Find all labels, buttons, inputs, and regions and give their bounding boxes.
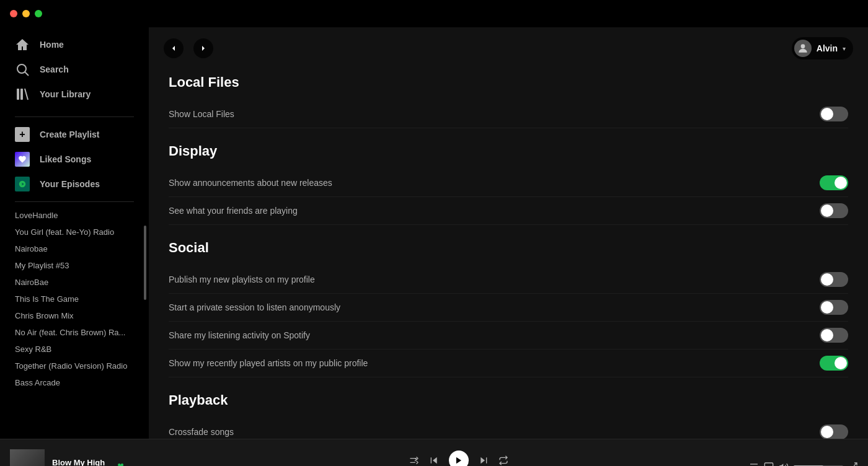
toggle-private-session[interactable]: [820, 300, 848, 315]
track-name: Blow My High: [52, 458, 105, 466]
forward-button[interactable]: [193, 38, 213, 58]
next-button[interactable]: [479, 455, 489, 465]
track-info: Blow My High Ozer, Sussy ♥: [10, 449, 184, 467]
playlist-item-5[interactable]: This Is The Game: [0, 291, 149, 307]
nav-buttons: [164, 38, 213, 58]
fullscreen-button[interactable]: [848, 462, 858, 467]
track-details: Blow My High Ozer, Sussy: [52, 458, 105, 466]
control-buttons: [409, 451, 508, 467]
playlist-item-6[interactable]: Chris Brown Mix: [0, 307, 149, 324]
svg-marker-5: [433, 457, 437, 464]
settings-label-show-local-files: Show Local Files: [169, 109, 820, 119]
section-title-display: Display: [169, 143, 848, 159]
sidebar-playlists: LoveHandle You Girl (feat. Ne-Yo) Radio …: [0, 207, 149, 439]
toggle-friends-playing[interactable]: [820, 203, 848, 218]
toggle-crossfade[interactable]: [820, 424, 848, 439]
settings-row-friends-playing: See what your friends are playing: [169, 197, 848, 225]
playlist-item-4[interactable]: NairoBae: [0, 274, 149, 291]
settings-row-recently-played: Show my recently played artists on my pu…: [169, 350, 848, 377]
toggle-knob: [835, 177, 847, 189]
user-avatar: [794, 40, 812, 57]
playlist-item-3[interactable]: My Playlist #53: [0, 257, 149, 274]
playlist-item-1[interactable]: You Girl (feat. Ne-Yo) Radio: [0, 224, 149, 240]
svg-marker-8: [480, 457, 485, 464]
svg-rect-13: [764, 463, 773, 467]
shuffle-button[interactable]: [409, 455, 419, 465]
toggle-knob: [821, 301, 833, 314]
sidebar-action-create-playlist[interactable]: + Create Playlist: [0, 122, 149, 147]
section-social: Social Publish my new playlists on my pr…: [169, 240, 848, 377]
toggle-knob: [835, 357, 847, 369]
svg-point-0: [17, 64, 26, 73]
create-playlist-icon: +: [15, 127, 30, 142]
sidebar-action-liked-songs[interactable]: Liked Songs: [0, 147, 149, 172]
topbar: Alvin ▾: [149, 27, 868, 69]
settings-label-crossfade: Crossfade songs: [169, 427, 820, 437]
like-button[interactable]: ♥: [117, 460, 124, 466]
playlist-item-9[interactable]: Together (Radio Version) Radio: [0, 358, 149, 374]
main-content: Alvin ▾ Local Files Show Local Files Dis…: [149, 27, 868, 439]
svg-point-4: [800, 44, 805, 48]
liked-songs-icon: [15, 152, 30, 167]
sidebar-divider-2: [15, 201, 134, 202]
previous-button[interactable]: [429, 455, 439, 465]
settings-content: Local Files Show Local Files Display Sho…: [149, 69, 868, 439]
settings-row-announcements: Show announcements about new releases: [169, 169, 848, 197]
volume-button[interactable]: [779, 462, 789, 467]
section-title-playback: Playback: [169, 392, 848, 408]
playlist-item-0[interactable]: LoveHandle: [0, 207, 149, 224]
sidebar-divider: [15, 116, 134, 117]
queue-button[interactable]: [749, 462, 759, 467]
sidebar-nav: Home Search Your Library: [0, 27, 149, 112]
now-playing-bar: Blow My High Ozer, Sussy ♥ 1:06: [0, 439, 868, 466]
playlist-item-2[interactable]: Nairobae: [0, 240, 149, 257]
settings-label-recently-played: Show my recently played artists on my pu…: [169, 358, 820, 368]
player-controls: 1:06 3:48: [184, 451, 734, 467]
home-icon: [15, 37, 30, 52]
maximize-button[interactable]: [35, 10, 42, 17]
svg-rect-2: [17, 89, 19, 100]
devices-button[interactable]: [764, 462, 774, 467]
section-playback: Playback Crossfade songs Automix - Allow…: [169, 392, 848, 439]
search-icon: [15, 62, 30, 77]
sidebar: Home Search Your Library + Create Playli…: [0, 27, 149, 439]
settings-row-publish-playlists: Publish my new playlists on my profile: [169, 266, 848, 294]
minimize-button[interactable]: [22, 10, 30, 17]
repeat-button[interactable]: [498, 455, 508, 465]
library-icon: [15, 87, 30, 102]
user-name: Alvin: [817, 43, 838, 53]
toggle-show-local-files[interactable]: [820, 107, 848, 121]
settings-label-publish-playlists: Publish my new playlists on my profile: [169, 275, 820, 284]
sidebar-scrollbar[interactable]: [144, 226, 146, 300]
close-button[interactable]: [10, 10, 17, 17]
settings-label-announcements: Show announcements about new releases: [169, 178, 820, 188]
toggle-announcements[interactable]: [820, 175, 848, 190]
toggle-listening-activity[interactable]: [820, 328, 848, 343]
toggle-knob: [821, 329, 833, 341]
sidebar-item-search[interactable]: Search: [0, 57, 149, 82]
playlist-item-10[interactable]: Bass Arcade: [0, 374, 149, 391]
back-button[interactable]: [164, 38, 184, 58]
sidebar-item-home[interactable]: Home: [0, 32, 149, 57]
svg-rect-3: [20, 89, 23, 100]
play-pause-button[interactable]: [449, 451, 469, 467]
svg-line-17: [854, 463, 857, 466]
sidebar-item-library[interactable]: Your Library: [0, 82, 149, 107]
episodes-icon: [15, 177, 30, 191]
playlist-item-7[interactable]: No Air (feat. Chris Brown) Ra...: [0, 324, 149, 341]
section-title-local-files: Local Files: [169, 74, 848, 90]
settings-row-listening-activity: Share my listening activity on Spotify: [169, 322, 848, 350]
toggle-knob: [821, 204, 833, 217]
settings-label-listening-activity: Share my listening activity on Spotify: [169, 330, 820, 340]
svg-line-1: [25, 73, 29, 76]
toggle-publish-playlists[interactable]: [820, 272, 848, 287]
toggle-recently-played[interactable]: [820, 356, 848, 371]
svg-marker-16: [779, 464, 783, 466]
sidebar-action-your-episodes[interactable]: Your Episodes: [0, 172, 149, 196]
toggle-knob: [821, 108, 833, 120]
user-dropdown-arrow: ▾: [843, 45, 846, 52]
section-local-files: Local Files Show Local Files: [169, 74, 848, 128]
playlist-item-8[interactable]: Sexy R&B: [0, 341, 149, 358]
user-menu[interactable]: Alvin ▾: [792, 37, 853, 59]
settings-label-friends-playing: See what your friends are playing: [169, 206, 820, 216]
